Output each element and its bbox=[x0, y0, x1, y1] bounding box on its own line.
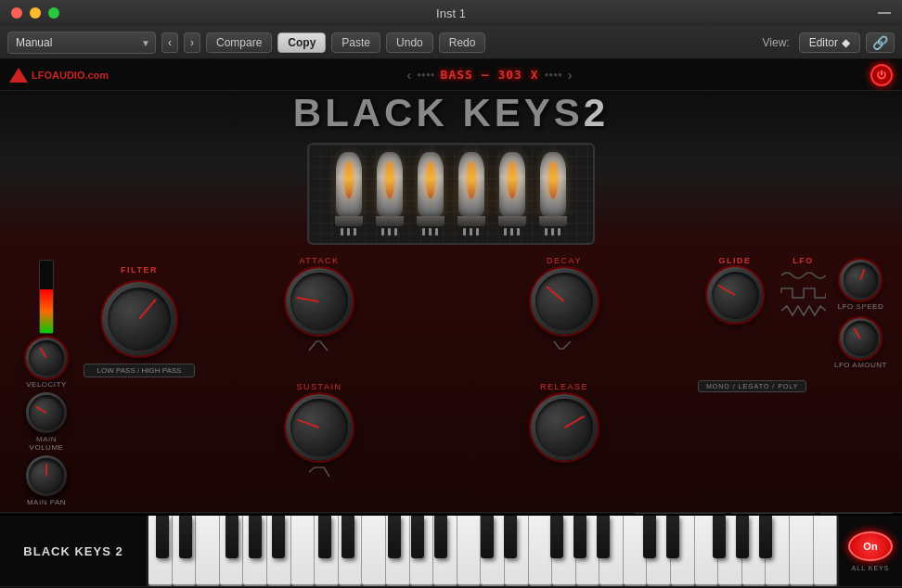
white-key-13[interactable] bbox=[457, 516, 482, 586]
filter-knob[interactable] bbox=[102, 282, 176, 356]
black-key-2-4.6[interactable] bbox=[573, 516, 586, 558]
center-panel: FILTER LOW PASS / HIGH PASS ATTACK bbox=[84, 250, 689, 506]
nav-prev-button[interactable]: ‹ bbox=[161, 32, 178, 53]
black-key-2-3.6[interactable] bbox=[550, 516, 563, 558]
copy-button[interactable]: Copy bbox=[277, 32, 326, 53]
hero-content: BLACK KEYS2 bbox=[293, 91, 609, 245]
main-volume-knob[interactable] bbox=[26, 392, 67, 433]
black-key-1-1.6[interactable] bbox=[341, 516, 354, 558]
white-key-28[interactable] bbox=[814, 516, 837, 586]
main-pan-label: MAIN PAN bbox=[27, 498, 66, 506]
lfo-waveforms bbox=[780, 268, 826, 318]
white-key-16[interactable] bbox=[529, 516, 553, 586]
black-key-2-1.6[interactable] bbox=[504, 516, 517, 558]
on-button[interactable]: On bbox=[848, 531, 893, 561]
white-key-27[interactable] bbox=[790, 516, 814, 586]
left-panel: VELOCITY MAIN VOLUME MAIN PAN bbox=[9, 250, 84, 506]
preset-next-button[interactable]: › bbox=[568, 68, 573, 83]
lfo-wave-sine bbox=[780, 268, 826, 283]
preset-nav: ‹ ●●●● BASS – 303 X ●●●● › bbox=[109, 68, 870, 83]
black-key-0-5.6[interactable] bbox=[272, 516, 285, 558]
attack-label: ATTACK bbox=[299, 256, 339, 265]
chain-icon[interactable]: 🔗 bbox=[866, 32, 895, 53]
nav-next-button[interactable]: › bbox=[184, 32, 200, 53]
black-key-3-3.6[interactable] bbox=[713, 516, 726, 558]
logo-triangle-icon bbox=[9, 68, 28, 83]
main-pan-knob[interactable] bbox=[26, 455, 67, 496]
lfo-amount-knob[interactable] bbox=[840, 318, 881, 359]
plugin-main: BLACK KEYS2 bbox=[0, 91, 902, 514]
black-key-0-3.6[interactable] bbox=[226, 516, 238, 558]
far-right-panel: LFO SPEED LFO AMOUNT bbox=[834, 256, 893, 369]
black-key-1-5.6[interactable] bbox=[434, 516, 447, 558]
glide-lfo-row: GLIDE LFO bbox=[689, 256, 893, 369]
preset-name: BASS – 303 X bbox=[441, 68, 539, 82]
compare-button[interactable]: Compare bbox=[206, 32, 272, 53]
hero-section: BLACK KEYS2 bbox=[0, 91, 902, 245]
lfo-speed-knob[interactable] bbox=[840, 260, 881, 300]
editor-view-button[interactable]: Editor ◆ bbox=[799, 32, 860, 53]
filter-label: FILTER bbox=[121, 265, 158, 275]
maximize-button[interactable] bbox=[48, 7, 59, 19]
glide-knob[interactable] bbox=[707, 267, 763, 323]
black-key-0-1.6[interactable] bbox=[179, 516, 192, 558]
black-key-0-0.6[interactable] bbox=[156, 516, 169, 558]
velocity-knob[interactable] bbox=[26, 338, 67, 378]
plugin-name-text: BLACK KEYS 2 bbox=[23, 544, 122, 558]
main-volume-knob-wrap: MAIN VOLUME bbox=[26, 392, 67, 452]
all-keys-label: ALL KEYS bbox=[852, 565, 890, 571]
lfo-amount-label: LFO AMOUNT bbox=[834, 361, 887, 369]
black-key-3-1.6[interactable] bbox=[666, 516, 679, 558]
decay-knob[interactable] bbox=[531, 268, 598, 335]
white-key-6[interactable] bbox=[291, 516, 316, 586]
black-key-3-5.6[interactable] bbox=[759, 516, 772, 558]
glide-section: GLIDE bbox=[698, 256, 772, 323]
redo-button[interactable]: Redo bbox=[439, 32, 486, 53]
release-label: RELEASE bbox=[540, 382, 588, 391]
sustain-wave-icon bbox=[307, 464, 331, 483]
toolbar: Manual ▼ ‹ › Compare Copy Paste Undo Red… bbox=[0, 26, 902, 59]
velocity-knob-wrap: VELOCITY bbox=[26, 338, 67, 389]
paste-button[interactable]: Paste bbox=[331, 32, 380, 53]
minimize-button[interactable] bbox=[30, 7, 41, 19]
black-key-3-0.6[interactable] bbox=[643, 516, 656, 558]
filter-type-dropdown[interactable]: LOW PASS / HIGH PASS bbox=[84, 364, 195, 377]
white-key-2[interactable] bbox=[196, 516, 220, 586]
tube-4 bbox=[455, 152, 488, 236]
black-key-1-0.6[interactable] bbox=[318, 516, 331, 558]
black-key-0-4.6[interactable] bbox=[249, 516, 262, 558]
tube-5 bbox=[496, 152, 529, 236]
mono-poly-selector[interactable]: MONO / LEGATO / POLY bbox=[698, 380, 806, 392]
glide-label: GLIDE bbox=[718, 256, 751, 265]
white-key-9[interactable] bbox=[362, 516, 386, 586]
preset-dropdown-wrap: Manual ▼ bbox=[7, 32, 156, 54]
piano-keyboard[interactable]: // We'll create them via JS below after … bbox=[148, 516, 837, 586]
close-button[interactable] bbox=[11, 7, 22, 19]
lfo-label: LFO bbox=[792, 256, 814, 265]
black-key-1-3.6[interactable] bbox=[388, 516, 401, 558]
all-keys-section: On ALL KEYS bbox=[837, 516, 902, 586]
sustain-knob[interactable] bbox=[286, 394, 353, 461]
attack-cell: ATTACK bbox=[204, 256, 434, 357]
black-key-3-4.6[interactable] bbox=[736, 516, 749, 558]
lfo-section: LFO bbox=[778, 256, 829, 318]
tubes-container bbox=[307, 143, 595, 245]
main-pan-knob-wrap: MAIN PAN bbox=[26, 455, 67, 506]
plugin-name-tag: BLACK KEYS 2 bbox=[0, 516, 148, 586]
controls-section: VELOCITY MAIN VOLUME MAIN PAN bbox=[0, 245, 902, 512]
plugin-title: BLACK KEYS2 bbox=[293, 91, 609, 135]
lfo-speed-knob-wrap: LFO SPEED bbox=[838, 260, 883, 311]
black-key-2-5.6[interactable] bbox=[597, 516, 610, 558]
release-knob[interactable] bbox=[531, 394, 598, 461]
power-button[interactable] bbox=[870, 64, 893, 86]
velocity-label: VELOCITY bbox=[26, 380, 67, 389]
preset-prev-button[interactable]: ‹ bbox=[407, 68, 412, 83]
black-key-1-4.6[interactable] bbox=[411, 516, 424, 558]
preset-dropdown[interactable]: Manual bbox=[7, 32, 156, 54]
lfo-speed-label: LFO SPEED bbox=[838, 302, 883, 311]
lfo-wave-square bbox=[780, 286, 826, 300]
black-key-2-0.6[interactable] bbox=[481, 516, 494, 558]
undo-button[interactable]: Undo bbox=[386, 32, 433, 53]
attack-knob[interactable] bbox=[286, 268, 353, 335]
tube-3 bbox=[414, 152, 447, 236]
